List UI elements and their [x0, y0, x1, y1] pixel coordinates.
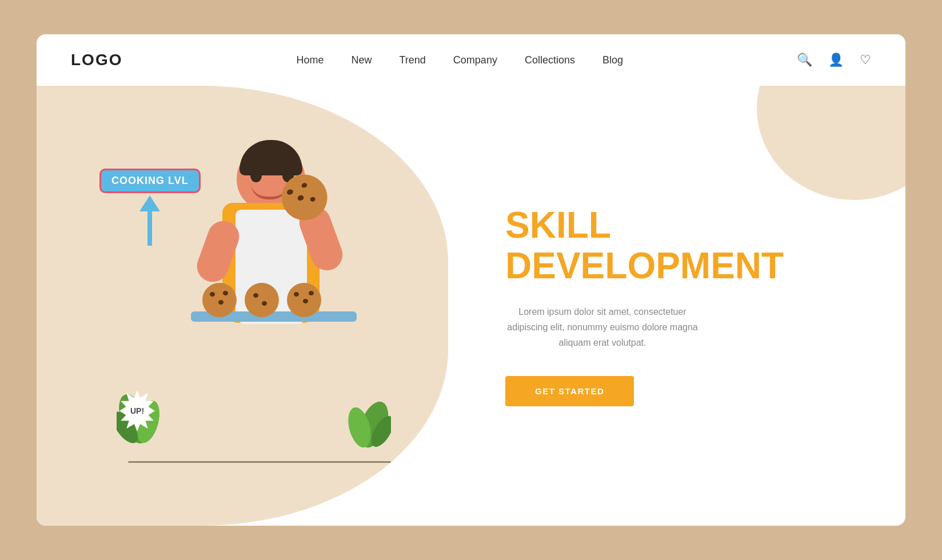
hero-description: Lorem ipsum dolor sit amet, consectetuer…: [505, 304, 700, 351]
nav-item-new[interactable]: New: [351, 54, 372, 66]
character-figure: [174, 146, 368, 431]
tray-cookie-2: [245, 283, 279, 317]
character-hair: [240, 140, 302, 175]
up-starburst: UP!: [117, 390, 158, 431]
main-content: COOKING LVL UP! ✦ ✦: [37, 86, 905, 526]
search-icon[interactable]: 🔍: [797, 53, 812, 67]
illustration-wrapper: COOKING LVL UP! ✦ ✦: [82, 111, 425, 500]
cookie-chip: [297, 194, 304, 201]
headline-line1: SKILL: [505, 205, 611, 246]
tray-cookies: [202, 283, 321, 317]
nav-links: Home New Trend Company Collections Blog: [296, 54, 623, 66]
navbar: LOGO Home New Trend Company Collections …: [37, 34, 905, 86]
nav-icons: 🔍 👤 ♡: [797, 53, 871, 67]
cooking-arrow: [99, 195, 201, 246]
cookie-chip: [294, 292, 299, 297]
cookie-chip: [253, 293, 258, 298]
user-icon[interactable]: 👤: [828, 53, 844, 67]
arrow-head-icon: [139, 195, 160, 211]
cookie-chip: [309, 291, 314, 295]
tray-cookie-1: [202, 283, 237, 317]
cookie-chip: [301, 182, 308, 189]
nav-link-blog[interactable]: Blog: [602, 54, 623, 66]
character-eye-left: [250, 170, 262, 182]
cookie-chip: [210, 292, 215, 297]
page-frame: LOGO Home New Trend Company Collections …: [37, 34, 905, 526]
right-content: SKILL DEVELOPMENT Lorem ipsum dolor sit …: [471, 86, 905, 526]
nav-item-trend[interactable]: Trend: [400, 54, 426, 66]
cooking-level-label: COOKING LVL: [99, 169, 201, 193]
nav-link-company[interactable]: Company: [453, 54, 497, 66]
cookie-chip: [262, 301, 267, 306]
arrow-shaft: [147, 211, 152, 246]
headline-line2: DEVELOPMENT: [505, 245, 784, 286]
nav-link-collections[interactable]: Collections: [525, 54, 575, 66]
left-illustration: COOKING LVL UP! ✦ ✦: [37, 86, 471, 526]
nav-link-home[interactable]: Home: [296, 54, 324, 66]
nav-item-home[interactable]: Home: [296, 54, 324, 66]
cookie-chip: [223, 291, 228, 295]
get-started-button[interactable]: GET STARTED: [505, 376, 634, 406]
nav-item-company[interactable]: Company: [453, 54, 497, 66]
cookie-chip: [303, 299, 308, 303]
nav-link-trend[interactable]: Trend: [400, 54, 426, 66]
tray-cookie-3: [287, 283, 321, 317]
up-label: UP!: [130, 406, 144, 415]
cookie-chip: [286, 189, 294, 195]
logo: LOGO: [71, 51, 122, 69]
cookie-chip: [310, 196, 316, 202]
nav-link-new[interactable]: New: [351, 54, 372, 66]
cookie-chip: [218, 300, 223, 305]
plant-right: [345, 396, 391, 461]
hero-headline: SKILL DEVELOPMENT: [505, 205, 784, 286]
nav-item-collections[interactable]: Collections: [525, 54, 575, 66]
nav-item-blog[interactable]: Blog: [602, 54, 623, 66]
ground-line: [128, 461, 391, 463]
plant-right-svg: [345, 396, 391, 459]
starburst-shape: UP!: [117, 390, 158, 431]
heart-icon[interactable]: ♡: [860, 53, 871, 67]
cooking-badge: COOKING LVL: [99, 169, 201, 246]
